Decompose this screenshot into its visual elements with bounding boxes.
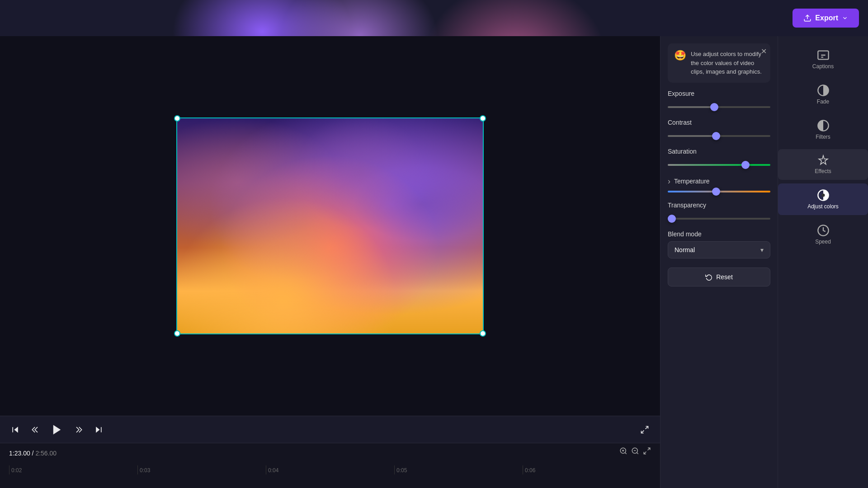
temperature-label: Temperature: [674, 178, 710, 185]
svg-line-15: [648, 448, 650, 450]
time-marker: 0:05: [394, 465, 523, 474]
adjust-colors-icon: [817, 189, 830, 202]
svg-line-13: [637, 452, 638, 454]
video-controls: [0, 416, 660, 443]
sidebar-item-captions[interactable]: Captions: [778, 43, 868, 75]
blend-mode-label: Blend mode: [668, 230, 770, 238]
effects-label: Effects: [815, 168, 831, 174]
saturation-label: Saturation: [668, 148, 770, 155]
filters-label: Filters: [816, 134, 830, 140]
captions-icon: [817, 49, 830, 61]
contrast-section: Contrast: [668, 119, 770, 139]
svg-line-7: [642, 430, 644, 433]
time-marker: 0:03: [137, 465, 266, 474]
svg-line-6: [646, 426, 648, 429]
zoom-in-icon: [619, 447, 627, 455]
svg-point-21: [821, 194, 825, 197]
adjust-colors-panel: 🤩 Use adjust colors to modify the color …: [660, 36, 778, 488]
rewind-button[interactable]: [29, 423, 42, 436]
reset-button[interactable]: Reset: [668, 267, 770, 286]
hint-text: Use adjust colors to modify the color va…: [691, 50, 764, 76]
time-marker: 0:04: [266, 465, 394, 474]
sidebar-item-filters[interactable]: Filters: [778, 114, 868, 145]
video-area: 1:23.00 / 2:56.00: [0, 36, 660, 488]
adjust-colors-label: Adjust colors: [807, 203, 839, 210]
play-button[interactable]: [49, 422, 65, 438]
exposure-section: Exposure: [668, 90, 770, 110]
fast-forward-icon: [74, 425, 83, 434]
skip-forward-button[interactable]: [92, 423, 105, 436]
reset-icon: [705, 273, 712, 281]
transparency-section: Transparency: [668, 202, 770, 221]
total-time: 2:56.00: [35, 450, 57, 457]
video-frame: [176, 117, 484, 334]
zoom-in-button[interactable]: [619, 447, 627, 457]
fit-view-icon: [643, 447, 651, 455]
zoom-out-button[interactable]: [631, 447, 639, 457]
time-marker: 0:06: [523, 465, 651, 474]
time-display: 1:23.00 / 2:56.00: [9, 446, 57, 460]
fade-label: Fade: [817, 99, 829, 105]
hint-close-button[interactable]: ✕: [761, 47, 767, 56]
svg-marker-3: [53, 425, 61, 434]
blend-mode-dropdown[interactable]: Normal ▾: [668, 241, 770, 258]
fullscreen-icon: [640, 425, 649, 434]
fade-icon: [817, 84, 830, 97]
exposure-label: Exposure: [668, 90, 770, 97]
captions-label: Captions: [812, 63, 834, 70]
main-content: 1:23.00 / 2:56.00: [0, 36, 868, 488]
clouds: [176, 117, 484, 334]
video-thumbnail: [176, 117, 484, 334]
saturation-section: Saturation: [668, 148, 770, 168]
play-icon: [51, 423, 63, 436]
svg-marker-1: [14, 427, 18, 432]
skip-back-icon: [11, 425, 20, 434]
temperature-expand-button[interactable]: ›: [668, 177, 670, 186]
hint-emoji: 🤩: [674, 50, 686, 76]
svg-line-16: [644, 452, 646, 454]
speed-icon: [817, 224, 830, 237]
right-sidebar: Captions Fade Filters: [778, 36, 868, 488]
export-icon: [803, 14, 811, 22]
fit-view-button[interactable]: [643, 447, 651, 457]
exposure-slider[interactable]: [668, 106, 770, 108]
timeline-controls: [619, 447, 651, 457]
contrast-slider[interactable]: [668, 135, 770, 137]
svg-line-9: [625, 452, 626, 454]
skip-back-button[interactable]: [9, 423, 22, 436]
effects-icon: [817, 155, 829, 166]
temperature-section: › Temperature: [668, 177, 770, 192]
contrast-label: Contrast: [668, 119, 770, 126]
svg-marker-4: [96, 427, 99, 432]
fast-forward-button[interactable]: [72, 423, 85, 436]
export-button[interactable]: Export: [793, 9, 859, 28]
transparency-label: Transparency: [668, 202, 770, 209]
filters-icon: [817, 119, 830, 132]
blend-mode-chevron-icon: ▾: [760, 246, 764, 253]
time-markers: 0:020:030:040:050:06: [9, 465, 651, 474]
reset-label: Reset: [716, 273, 733, 281]
sidebar-item-effects[interactable]: Effects: [778, 149, 868, 180]
blend-mode-section: Blend mode Normal ▾: [668, 230, 770, 258]
current-time: 1:23.00: [9, 450, 30, 457]
hint-box: 🤩 Use adjust colors to modify the color …: [668, 43, 770, 83]
rewind-icon: [31, 425, 40, 434]
video-viewport: [0, 36, 660, 416]
export-label: Export: [815, 14, 838, 22]
sidebar-item-fade[interactable]: Fade: [778, 79, 868, 110]
sidebar-item-speed[interactable]: Speed: [778, 219, 868, 250]
top-bar: Export: [0, 0, 868, 36]
blend-mode-value: Normal: [675, 246, 695, 253]
sidebar-item-adjust-colors[interactable]: Adjust colors: [778, 183, 868, 215]
skip-forward-icon: [94, 425, 103, 434]
transparency-slider[interactable]: [668, 218, 770, 220]
zoom-out-icon: [631, 447, 639, 455]
saturation-slider[interactable]: [668, 164, 770, 166]
timeline-ruler: 0:020:030:040:050:06: [9, 463, 651, 477]
temperature-slider[interactable]: [668, 191, 770, 192]
time-marker: 0:02: [9, 465, 137, 474]
fullscreen-button[interactable]: [638, 423, 651, 436]
speed-label: Speed: [815, 239, 831, 245]
export-chevron-icon: [842, 15, 848, 21]
timeline-area: 1:23.00 / 2:56.00: [0, 443, 660, 488]
